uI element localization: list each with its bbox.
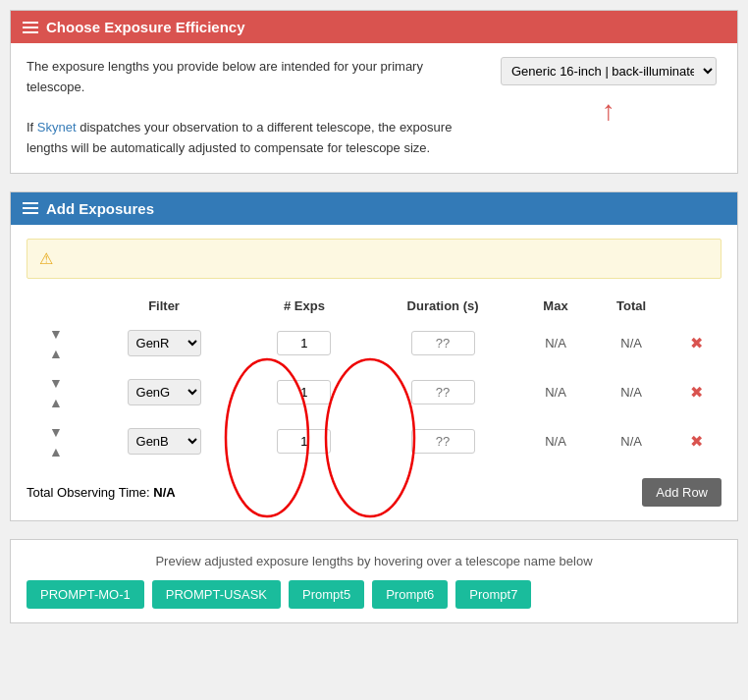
warning-icon: ⚠ [39,249,53,268]
prompt-btn-3[interactable]: Prompt6 [372,580,448,609]
choose-exposure-efficiency-section: Choose Exposure Efficiency The exposure … [10,10,738,174]
total-value: N/A [153,485,175,500]
duration-input-1[interactable] [411,331,475,355]
exposures-title: Add Exposures [46,200,154,217]
exposures-table: Filter # Exps Duration (s) Max Total ▼ [27,293,721,466]
arrow-up-btn-3[interactable]: ▲ [47,443,65,460]
max-cell-1: N/A [520,319,592,368]
col-arrows [27,293,85,319]
max-cell-3: N/A [520,417,592,466]
prompt-btn-4[interactable]: Prompt7 [455,580,531,609]
table-header-row: Filter # Exps Duration (s) Max Total [27,293,721,319]
numexps-cell-1 [242,319,365,368]
numexps-cell-3 [242,417,365,466]
total-label-text: Total Observing Time: [27,485,150,500]
exposures-body: ⚠ Filter # Exps Duration (s) Max Total [11,225,737,520]
duration-input-3[interactable] [411,429,475,454]
row-arrows-2: ▼ ▲ [27,368,85,417]
add-exposures-section: Add Exposures ⚠ Filter # Exps Duration (… [10,191,738,521]
col-total: Total [591,293,670,319]
add-row-button[interactable]: Add Row [642,478,721,507]
menu-icon-2 [23,202,38,214]
numexps-cell-2 [242,368,365,417]
telescope-select[interactable]: Generic 16-inch | back-illuminated CCD [501,57,717,85]
arrow-down-btn-1[interactable]: ▼ [47,325,65,343]
numexps-input-3[interactable] [277,429,331,454]
efficiency-controls: Generic 16-inch | back-illuminated CCD ↑ [496,57,721,125]
total-cell-1: N/A [591,319,670,368]
preview-label: Preview adjusted exposure lengths by hov… [27,554,721,568]
filter-cell-2: GenR GenG GenB [85,368,243,417]
col-filter: Filter [85,293,243,319]
total-cell-2: N/A [591,368,670,417]
delete-cell-3: ✖ [671,417,721,466]
table-row: ▼ ▲ GenR GenG GenB [27,417,721,466]
menu-icon [23,22,38,33]
table-row: ▼ ▲ GenR GenG GenB [27,368,721,417]
prompt-btn-2[interactable]: Prompt5 [289,580,364,609]
arrow-up-btn-1[interactable]: ▲ [47,345,65,362]
filter-select-1[interactable]: GenR GenG GenB [128,330,201,356]
arrow-group-2: ▼ ▲ [34,374,78,411]
duration-cell-3 [366,417,520,466]
row-arrows-1: ▼ ▲ [27,319,85,368]
arrow-up-btn-2[interactable]: ▲ [47,394,65,411]
duration-cell-2 [366,368,520,417]
delete-cell-2: ✖ [671,368,721,417]
delete-btn-2[interactable]: ✖ [690,383,703,402]
efficiency-title: Choose Exposure Efficiency [46,19,245,35]
col-delete [671,293,721,319]
delete-cell-1: ✖ [671,319,721,368]
total-observing-label: Total Observing Time: N/A [27,485,176,500]
numexps-input-2[interactable] [277,380,331,404]
prompt-btn-0[interactable]: PROMPT-MO-1 [27,580,144,609]
max-cell-2: N/A [520,368,592,417]
arrow-up-icon: ↑ [602,97,615,125]
efficiency-body: The exposure lengths you provide below a… [11,43,737,173]
exposures-table-wrapper: Filter # Exps Duration (s) Max Total ▼ [27,293,721,466]
efficiency-text-1: The exposure lengths you provide below a… [27,57,476,98]
arrow-group-3: ▼ ▲ [34,423,78,460]
row-arrows-3: ▼ ▲ [27,417,85,466]
skynet-link[interactable]: Skynet [37,120,77,135]
duration-cell-1 [366,319,520,368]
numexps-input-1[interactable] [277,331,331,355]
prompt-buttons-container: PROMPT-MO-1 PROMPT-USASK Prompt5 Prompt6… [27,580,721,609]
duration-input-2[interactable] [411,380,475,404]
arrow-group-1: ▼ ▲ [34,325,78,362]
efficiency-text-2: If Skynet dispatches your observation to… [27,118,476,159]
col-duration: Duration (s) [366,293,520,319]
prompt-btn-1[interactable]: PROMPT-USASK [152,580,281,609]
filter-cell-3: GenR GenG GenB [85,417,243,466]
col-numexps: # Exps [242,293,365,319]
arrow-down-btn-2[interactable]: ▼ [47,374,65,392]
delete-btn-3[interactable]: ✖ [690,432,703,451]
filter-select-3[interactable]: GenR GenG GenB [128,428,201,455]
efficiency-header: Choose Exposure Efficiency [11,11,737,43]
total-row: Total Observing Time: N/A Add Row [27,478,721,507]
table-row: ▼ ▲ GenR GenG GenB [27,319,721,368]
filter-cell-1: GenR GenG GenB [85,319,243,368]
exposures-header: Add Exposures [11,192,737,225]
total-cell-3: N/A [591,417,670,466]
preview-section: Preview adjusted exposure lengths by hov… [10,539,738,623]
col-max: Max [520,293,592,319]
warning-box: ⚠ [27,239,721,279]
delete-btn-1[interactable]: ✖ [690,334,703,352]
arrow-down-btn-3[interactable]: ▼ [47,423,65,441]
efficiency-description: The exposure lengths you provide below a… [27,57,476,159]
filter-select-2[interactable]: GenR GenG GenB [128,379,201,405]
